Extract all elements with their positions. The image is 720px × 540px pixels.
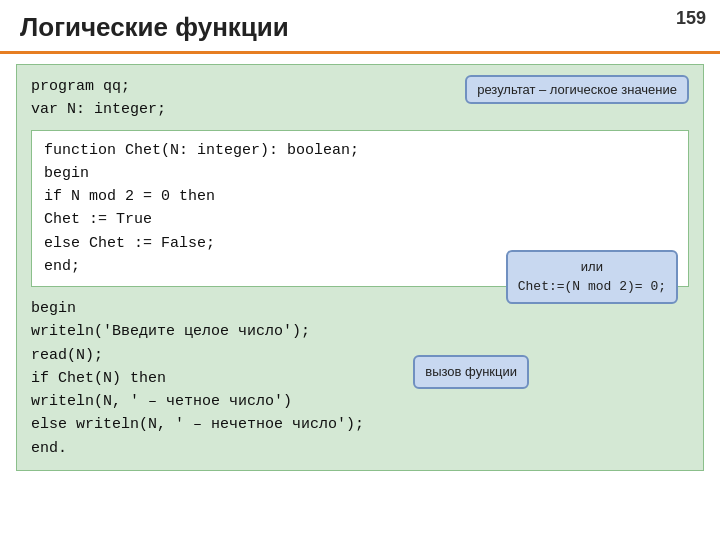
bottom-line6: else writeln(N, ' – нечетное число'); (31, 413, 689, 436)
callout-call-text: вызов функции (425, 364, 517, 379)
main-code-block: результат – логическое значение program … (16, 64, 704, 471)
callout-or-label: или (518, 257, 666, 277)
inner-line3: if N mod 2 = 0 then (44, 185, 676, 208)
callout-or: или Chet:=(N mod 2)= 0; (506, 250, 678, 304)
bottom-line4: if Chet(N) then (31, 367, 689, 390)
bottom-line1: begin (31, 297, 689, 320)
callout-call: вызов функции (413, 355, 529, 389)
callout-result: результат – логическое значение (465, 75, 689, 104)
bottom-line5: writeln(N, ' – четное число') (31, 390, 689, 413)
function-definition-box: function Chet(N: integer): boolean; begi… (31, 130, 689, 288)
inner-line4: Chet := True (44, 208, 676, 231)
bottom-line2: writeln('Введите целое число'); (31, 320, 689, 343)
page-number: 159 (676, 8, 706, 29)
callout-or-code: Chet:=(N mod 2)= 0; (518, 277, 666, 297)
page-title: Логические функции (0, 0, 720, 54)
inner-line1: function Chet(N: integer): boolean; (44, 139, 676, 162)
bottom-line7: end. (31, 437, 689, 460)
callout-result-text: результат – логическое значение (477, 82, 677, 97)
inner-line2: begin (44, 162, 676, 185)
bottom-line3: read(N); (31, 344, 689, 367)
outer-code-bottom: begin writeln('Введите целое число'); re… (31, 297, 689, 460)
